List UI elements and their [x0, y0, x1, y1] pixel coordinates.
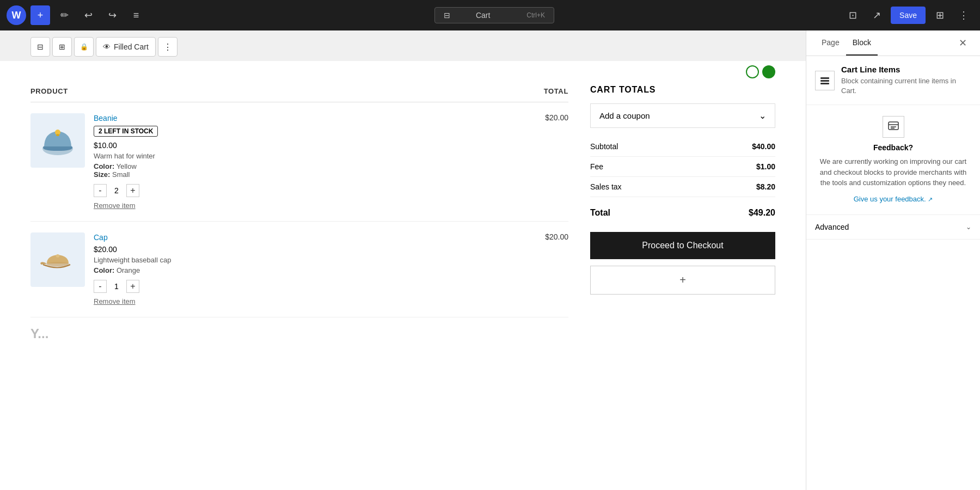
svg-point-2 [56, 134, 59, 136]
editor-content: PRODUCT TOTAL [30, 61, 775, 490]
add-block-toolbar-button[interactable]: + [30, 5, 50, 25]
lock-button[interactable]: 🔒 [74, 37, 94, 57]
fee-value: $1.00 [756, 162, 775, 171]
status-dots-area [30, 61, 775, 81]
status-dot-filled [762, 65, 775, 78]
toolbar-right: ⊡ ↗ Save ⊞ ⋮ [843, 5, 973, 25]
feedback-icon [883, 116, 904, 138]
sidebar-layout-button[interactable]: ⊟ [30, 37, 50, 57]
cap-image [30, 232, 85, 287]
beanie-name-link[interactable]: Beanie [94, 114, 118, 122]
cap-price: $20.00 [94, 245, 525, 254]
beanie-qty-decrease[interactable]: - [94, 184, 107, 197]
cap-name-link[interactable]: Cap [94, 233, 108, 242]
beanie-qty-increase[interactable]: + [126, 184, 139, 197]
cart-search-button[interactable]: ⊟ Cart Ctrl+K [434, 7, 554, 23]
add-block-button[interactable]: + [590, 266, 775, 295]
cap-details: Cap $20.00 Lightweight baseball cap Colo… [94, 232, 525, 306]
cart-table-header: PRODUCT TOTAL [30, 81, 568, 102]
cap-qty-increase[interactable]: + [126, 280, 139, 293]
cap-qty-decrease[interactable]: - [94, 280, 107, 293]
beanie-color: Color: Yellow [94, 162, 525, 170]
cap-qty-value: 1 [111, 282, 122, 291]
beanie-stock-badge: 2 LEFT IN STOCK [94, 126, 158, 137]
svg-rect-5 [820, 77, 829, 79]
total-value: $49.20 [749, 208, 775, 218]
subtotal-row: Subtotal $40.00 [590, 137, 775, 157]
feedback-title: Feedback? [815, 143, 971, 152]
block-more-button[interactable]: ⋮ [158, 37, 177, 57]
block-icon [815, 71, 835, 90]
cart-item-beanie: Beanie 2 LEFT IN STOCK $10.00 Warm hat f… [30, 102, 568, 222]
cap-svg [39, 241, 77, 279]
tax-value: $8.20 [756, 182, 775, 191]
top-toolbar: W + ✏ ↩ ↪ ≡ ⊟ Cart Ctrl+K ⊡ ↗ Save ⊞ ⋮ [0, 0, 980, 30]
filled-cart-button[interactable]: 👁 Filled Cart [96, 37, 156, 57]
fee-row: Fee $1.00 [590, 157, 775, 177]
edit-mode-button[interactable]: ✏ [54, 5, 74, 25]
external-icon: ↗ [928, 196, 933, 203]
filled-cart-label: Filled Cart [114, 42, 149, 51]
advanced-label: Advanced [815, 223, 849, 231]
beanie-image [30, 113, 85, 168]
page-tab[interactable]: Page [815, 30, 846, 56]
view-options-button[interactable]: ⊡ [843, 5, 862, 25]
cap-line-total: $20.00 [525, 232, 568, 241]
toolbar-center: ⊟ Cart Ctrl+K [150, 7, 838, 23]
settings-toggle-button[interactable]: ⊞ [930, 5, 950, 25]
svg-point-3 [47, 262, 69, 266]
close-panel-button[interactable]: ✕ [954, 30, 971, 56]
beanie-size: Size: Small [94, 170, 525, 179]
cart-totals-title: CART TOTALS [590, 85, 775, 95]
beanie-details: Beanie 2 LEFT IN STOCK $10.00 Warm hat f… [94, 113, 525, 210]
beanie-line-total: $20.00 [525, 113, 568, 122]
block-toolbar: ⊟ ⊞ 🔒 👁 Filled Cart ⋮ [0, 30, 806, 61]
cart-icon: ⊟ [444, 11, 450, 20]
panel-tabs: Page Block ✕ [806, 30, 980, 56]
coupon-row[interactable]: Add a coupon ⌄ [590, 103, 775, 128]
right-panel: Page Block ✕ Cart Line Items Block conta… [806, 30, 980, 490]
editor-area: ⊟ ⊞ 🔒 👁 Filled Cart ⋮ [0, 30, 806, 490]
total-label: Total [590, 208, 610, 218]
block-info-text: Cart Line Items Block containing current… [841, 65, 971, 96]
status-dot-outline [746, 65, 759, 78]
external-link-button[interactable]: ↗ [867, 5, 886, 25]
svg-rect-7 [820, 83, 829, 84]
beanie-svg [39, 121, 77, 160]
shortcut-label: Ctrl+K [526, 11, 545, 19]
wp-logo[interactable]: W [7, 5, 26, 25]
feedback-section: Feedback? We are currently working on im… [806, 105, 980, 215]
block-tab[interactable]: Block [846, 30, 878, 56]
main-layout: ⊟ ⊞ 🔒 👁 Filled Cart ⋮ [0, 30, 980, 490]
save-button[interactable]: Save [891, 7, 926, 24]
total-row: Total $49.20 [590, 199, 775, 223]
cap-color: Color: Orange [94, 266, 525, 274]
tax-row: Sales tax $8.20 [590, 177, 775, 197]
total-col-header: TOTAL [544, 87, 568, 95]
more-options-button[interactable]: ⋮ [954, 5, 973, 25]
beanie-remove-button[interactable]: Remove item [94, 201, 136, 210]
next-item-hint: Y... [30, 317, 568, 350]
coupon-chevron-icon: ⌄ [759, 111, 766, 121]
svg-point-4 [56, 254, 59, 258]
content-wrapper: PRODUCT TOTAL [0, 61, 806, 490]
subtotal-label: Subtotal [590, 142, 618, 151]
undo-button[interactable]: ↩ [78, 5, 98, 25]
beanie-qty-value: 2 [111, 186, 122, 195]
block-info-header: Cart Line Items Block containing current… [806, 56, 980, 105]
sidebar-layout2-button[interactable]: ⊞ [52, 37, 72, 57]
beanie-description: Warm hat for winter [94, 152, 525, 160]
advanced-section[interactable]: Advanced ⌄ [806, 215, 980, 240]
fee-label: Fee [590, 162, 603, 171]
feedback-link[interactable]: Give us your feedback. ↗ [854, 195, 933, 203]
cart-items-section: PRODUCT TOTAL [30, 81, 568, 350]
menu-button[interactable]: ≡ [126, 5, 146, 25]
block-description: Block containing current line items in C… [841, 76, 971, 96]
cart-layout: PRODUCT TOTAL [30, 81, 775, 350]
eye-icon: 👁 [103, 42, 111, 51]
redo-button[interactable]: ↪ [102, 5, 122, 25]
checkout-button[interactable]: Proceed to Checkout [590, 232, 775, 259]
cart-item-cap: Cap $20.00 Lightweight baseball cap Colo… [30, 222, 568, 317]
cap-description: Lightweight baseball cap [94, 256, 525, 264]
cap-remove-button[interactable]: Remove item [94, 297, 136, 305]
